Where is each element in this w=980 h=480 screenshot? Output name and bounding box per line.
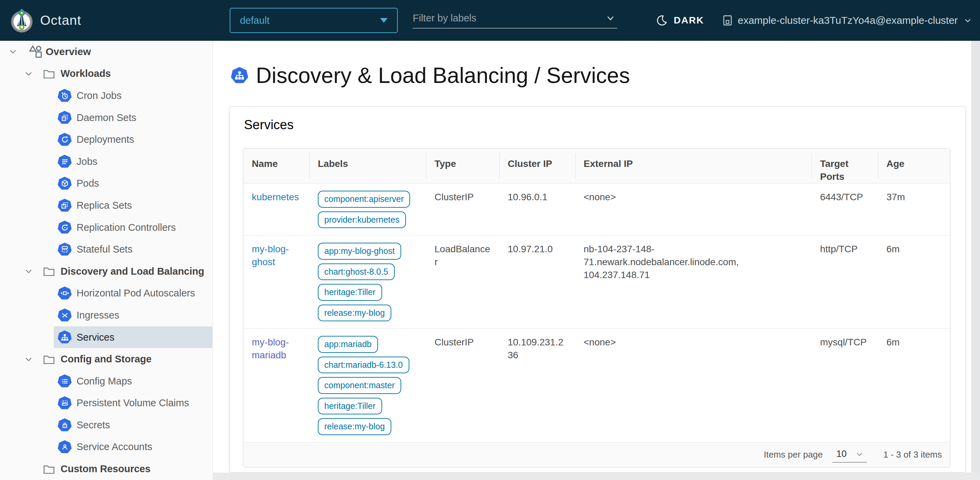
- label-pill[interactable]: chart:ghost-8.0.5: [318, 263, 395, 280]
- sidebar-item-cron-jobs[interactable]: Cron Jobs: [0, 85, 212, 107]
- sidebar-item-config-maps[interactable]: Config Maps: [0, 370, 212, 392]
- label-pill[interactable]: app:my-blog-ghost: [318, 243, 401, 260]
- sidebar-item-label: Replication Controllers: [76, 222, 176, 233]
- sidebar-item-daemon-sets[interactable]: Daemon Sets: [0, 107, 212, 129]
- cell-age: 37m: [878, 184, 950, 235]
- table-footer: Items per page 10 1 - 3 of 3 items: [243, 442, 950, 467]
- sidebar-item-deployments[interactable]: Deployments: [0, 128, 212, 150]
- sidebar-item-replication-controllers[interactable]: Replication Controllers: [0, 217, 212, 239]
- sidebar-item-stateful-sets[interactable]: Stateful Sets: [0, 238, 212, 260]
- column-header-target-ports[interactable]: Target Ports: [811, 149, 878, 183]
- label-pill[interactable]: release:my-blog: [318, 418, 391, 435]
- sidebar-item-replica-sets[interactable]: Replica Sets: [0, 195, 212, 217]
- label-pill[interactable]: component:master: [318, 377, 401, 394]
- sidebar-item-label: Custom Resources: [60, 463, 150, 475]
- service-link-my-blog-mariadb[interactable]: my-blog-mariadb: [252, 337, 289, 360]
- label-filter-input[interactable]: [413, 13, 605, 24]
- dark-mode-label: DARK: [674, 15, 704, 26]
- replication-controllers-icon: [57, 221, 72, 234]
- sidebar-item-label: Workloads: [60, 68, 111, 79]
- column-header-age[interactable]: Age: [878, 149, 950, 183]
- items-per-page-select[interactable]: 10: [832, 447, 867, 463]
- horizontal-pod-autoscalers-icon: [57, 287, 72, 300]
- service-link-kubernetes[interactable]: kubernetes: [252, 192, 299, 202]
- label-pill[interactable]: provider:kubernetes: [318, 211, 406, 228]
- sidebar-item-label: Persistent Volume Claims: [76, 398, 189, 409]
- cell-age: 6m: [878, 329, 950, 442]
- column-header-external-ip[interactable]: External IP: [575, 149, 811, 183]
- service-accounts-icon: [57, 440, 72, 454]
- namespace-caret-icon: [380, 18, 388, 23]
- horizontal-scrollbar[interactable]: [213, 472, 980, 480]
- label-pill[interactable]: release:my-blog: [318, 304, 391, 322]
- sidebar-item-custom-resources[interactable]: Custom Resources: [0, 458, 212, 480]
- label-filter-field: [413, 8, 617, 29]
- service-link-my-blog-ghost[interactable]: my-blog-ghost: [252, 244, 289, 267]
- label-pill[interactable]: heritage:Tiller: [318, 284, 382, 301]
- label-pill[interactable]: heritage:Tiller: [318, 398, 382, 415]
- sidebar-item-services[interactable]: Services: [54, 326, 212, 349]
- sidebar-item-persistent-volume-claims[interactable]: Persistent Volume Claims: [0, 392, 212, 414]
- sidebar-item-label: Config and Storage: [60, 353, 151, 365]
- sidebar-item-label: Jobs: [76, 156, 97, 167]
- namespace-select[interactable]: default: [230, 8, 398, 33]
- vertical-scrollbar[interactable]: [971, 41, 980, 480]
- sidebar-item-overview[interactable]: Overview: [0, 41, 212, 63]
- table-row: my-blog-ghost app:my-blog-ghost chart:gh…: [243, 235, 950, 328]
- column-header-cluster-ip[interactable]: Cluster IP: [499, 149, 575, 183]
- sidebar-item-label: Stateful Sets: [76, 244, 132, 255]
- sidebar-item-horizontal-pod-autoscalers[interactable]: Horizontal Pod Autoscalers: [0, 282, 212, 304]
- app-name: Octant: [40, 13, 81, 28]
- chevron-down-icon[interactable]: [8, 47, 18, 56]
- sidebar-item-discovery-and-load-balancing[interactable]: Discovery and Load Balancing: [0, 260, 212, 282]
- cell-cluster-ip: 10.97.21.0: [499, 236, 575, 328]
- label-pill[interactable]: component:apiserver: [318, 191, 410, 208]
- table-header-row: Name Labels Type Cluster IP External IP …: [243, 149, 950, 183]
- folder-icon: [43, 68, 55, 79]
- filter-chevron-icon[interactable]: [605, 13, 616, 24]
- label-pill[interactable]: app:mariadb: [318, 336, 378, 353]
- label-pill[interactable]: chart:mariadb-6.13.0: [318, 356, 409, 374]
- cell-type: ClusterIP: [426, 329, 499, 442]
- sidebar-item-pods[interactable]: Pods: [0, 173, 212, 195]
- persistent-volume-claims-icon: [57, 396, 72, 410]
- pagination-range-text: 1 - 3 of 3 items: [883, 449, 942, 460]
- services-icon: [57, 330, 72, 344]
- sidebar-item-config-and-storage[interactable]: Config and Storage: [0, 348, 212, 370]
- table-row: my-blog-mariadb app:mariadb chart:mariad…: [243, 328, 950, 442]
- dark-mode-toggle[interactable]: DARK: [656, 0, 704, 41]
- cluster-context-switcher[interactable]: example-cluster-ka3TuTzYo4a@example-clus…: [721, 0, 972, 41]
- jobs-icon: [57, 155, 72, 168]
- cell-age: 6m: [878, 236, 950, 328]
- sidebar-item-ingresses[interactable]: Ingresses: [0, 304, 212, 326]
- sidebar-item-service-accounts[interactable]: Service Accounts: [0, 436, 212, 458]
- sidebar-item-label: Cron Jobs: [76, 90, 121, 101]
- sidebar-item-workloads[interactable]: Workloads: [0, 63, 212, 85]
- sidebar-item-label: Horizontal Pod Autoscalers: [76, 288, 195, 299]
- folder-icon: [43, 266, 55, 277]
- column-header-labels[interactable]: Labels: [309, 149, 426, 183]
- chevron-down-icon[interactable]: [24, 267, 33, 276]
- folder-icon: [43, 354, 55, 365]
- deployments-icon: [57, 133, 72, 147]
- sidebar-item-label: Overview: [46, 46, 91, 57]
- pods-icon: [57, 177, 72, 190]
- octant-logo-icon: [9, 8, 35, 33]
- sidebar-item-secrets[interactable]: Secrets: [0, 414, 212, 436]
- octant-logo-group[interactable]: Octant: [9, 0, 81, 41]
- context-chevron-icon: [963, 16, 972, 25]
- sidebar-item-jobs[interactable]: Jobs: [0, 150, 212, 173]
- sidebar-item-label: Discovery and Load Balancing: [60, 266, 204, 277]
- cluster-icon: [721, 14, 733, 27]
- overview-objects-icon: [27, 44, 43, 60]
- chevron-down-icon[interactable]: [24, 69, 33, 78]
- cell-target-ports: 6443/TCP: [811, 184, 878, 235]
- sidebar-item-label: Secrets: [76, 420, 110, 431]
- chevron-down-icon[interactable]: [24, 355, 33, 364]
- column-header-name[interactable]: Name: [243, 149, 309, 183]
- replica-sets-icon: [57, 198, 72, 212]
- sidebar-item-label: Pods: [76, 178, 99, 189]
- column-header-type[interactable]: Type: [426, 149, 499, 183]
- services-card: Services Name Labels Type Cluster IP Ext…: [229, 106, 966, 472]
- sidebar-item-label: Ingresses: [76, 310, 119, 321]
